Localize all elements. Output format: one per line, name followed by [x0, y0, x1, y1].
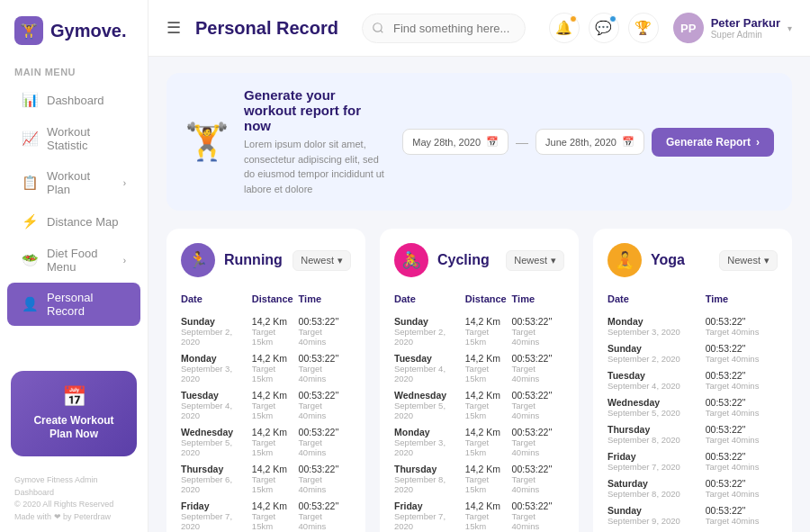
- cta-icon: 📅: [22, 385, 126, 409]
- date-cell: WednesdaySeptember 5, 2020: [394, 383, 465, 420]
- yoga-icon: 🧘: [608, 243, 642, 277]
- message-badge: [609, 15, 616, 23]
- table-row: WednesdaySeptember 5, 202014,2 KmTarget …: [394, 383, 564, 420]
- nav-icon: 📋: [22, 175, 38, 191]
- date-cell: SundaySeptember 9, 2020: [608, 499, 706, 526]
- column-header: Time: [512, 290, 564, 311]
- sort-label: Newest: [727, 255, 760, 266]
- time-cell: 00:53:22''Target 40mins: [512, 311, 564, 347]
- sidebar-footer: Gymove Fitness Admin Dashboard © 2020 Al…: [0, 467, 148, 532]
- nav-label: Workout Plan: [47, 169, 114, 196]
- menu-icon[interactable]: ☰: [166, 18, 181, 38]
- user-chevron-icon: ▾: [788, 23, 792, 33]
- sidebar: 🏋 Gymove. Main Menu 📊 Dashboard 📈 Workou…: [0, 0, 148, 532]
- date-cell: MondaySeptember 3, 2020: [394, 420, 465, 457]
- nav-label: Workout Statistic: [47, 125, 126, 152]
- time-cell: 00:53:22''Target 40mins: [299, 494, 351, 531]
- time-cell: 00:53:22''Target 40mins: [299, 347, 351, 383]
- banner-text: Generate your workout report for now Lor…: [244, 87, 388, 196]
- date-separator: —: [516, 135, 528, 149]
- search-input[interactable]: [362, 14, 526, 43]
- time-cell: 00:53:22''Target 40mins: [512, 347, 564, 383]
- trophy-button[interactable]: 🏆: [628, 13, 659, 43]
- header: ☰ Personal Record 🔔 💬 🏆 PP Peter Parkur …: [148, 0, 810, 57]
- cycling-icon: 🚴: [394, 243, 428, 277]
- generate-report-button[interactable]: Generate Report ›: [652, 128, 774, 157]
- date-cell: MondaySeptember 3, 2020: [608, 311, 706, 337]
- date-cell: TuesdaySeptember 4, 2020: [181, 383, 252, 420]
- chevron-icon: ›: [123, 178, 126, 188]
- time-cell: 00:53:22''Target 40mins: [299, 311, 351, 347]
- column-header: Date: [181, 290, 252, 311]
- time-cell: 00:53:22''Target 40mins: [706, 499, 778, 526]
- sort-button-running[interactable]: Newest ▾: [292, 250, 351, 271]
- calendar-from-icon: 📅: [486, 136, 499, 148]
- date-cell: MondaySeptember 3, 2020: [181, 347, 252, 383]
- sort-label: Newest: [301, 255, 334, 266]
- date-cell: TuesdaySeptember 4, 2020: [608, 364, 706, 391]
- data-table-running: DateDistanceTimeSundaySeptember 2, 20201…: [181, 290, 351, 532]
- calendar-to-icon: 📅: [622, 136, 634, 148]
- time-cell: 00:53:22''Target 40mins: [706, 364, 778, 391]
- table-row: TuesdaySeptember 4, 202014,2 KmTarget 15…: [394, 347, 564, 383]
- nav-icon: ⚡: [22, 213, 38, 230]
- user-role: Super Admin: [711, 30, 780, 40]
- date-cell: WednesdaySeptember 5, 2020: [608, 391, 706, 418]
- sort-button-cycling[interactable]: Newest ▾: [506, 250, 564, 271]
- chevron-icon: ›: [123, 256, 126, 266]
- date-cell: ThursdaySeptember 6, 2020: [181, 457, 252, 494]
- time-cell: 00:53:22''Target 40mins: [512, 383, 564, 420]
- sidebar-items: 📊 Dashboard 📈 Workout Statistic 📋 Workou…: [0, 83, 148, 327]
- column-header: Time: [706, 290, 778, 311]
- date-to-value: June 28th, 2020: [545, 137, 616, 148]
- sidebar-item-workout-plan[interactable]: 📋 Workout Plan ›: [7, 161, 140, 204]
- yoga-name: Yoga: [651, 252, 710, 268]
- cta-text: Create Workout Plan Now: [22, 414, 126, 442]
- time-cell: 00:53:22''Target 40mins: [706, 418, 778, 445]
- table-row: TuesdaySeptember 4, 202014,2 KmTarget 15…: [181, 383, 351, 420]
- sidebar-item-distance-map[interactable]: ⚡ Distance Map: [7, 205, 140, 238]
- nav-label: Diet Food Menu: [47, 247, 114, 274]
- notification-badge: [570, 15, 577, 23]
- column-header: Date: [394, 290, 465, 311]
- nav-label: Dashboard: [47, 94, 104, 107]
- running-icon: 🏃: [181, 243, 215, 277]
- sidebar-section-title: Main Menu: [0, 58, 148, 83]
- sidebar-item-personal-record[interactable]: 👤 Personal Record: [7, 283, 140, 326]
- table-row: ThursdaySeptember 6, 202014,2 KmTarget 1…: [181, 457, 351, 494]
- table-card-cycling: 🚴 Cycling Newest ▾ DateDistanceTimeSunda…: [380, 229, 579, 532]
- table-row: FridaySeptember 7, 202014,2 KmTarget 15k…: [394, 494, 564, 531]
- date-to-input[interactable]: June 28th, 2020 📅: [536, 129, 644, 155]
- sidebar-item-workout-statistic[interactable]: 📈 Workout Statistic: [7, 117, 140, 160]
- tables-area: 🏃 Running Newest ▾ DateDistanceTimeSunda…: [166, 229, 792, 532]
- time-cell: 00:53:22''Target 40mins: [299, 420, 351, 457]
- date-cell: TuesdaySeptember 4, 2020: [394, 347, 465, 383]
- date-cell: SundaySeptember 2, 2020: [608, 337, 706, 364]
- table-row: WednesdaySeptember 5, 202014,2 KmTarget …: [181, 420, 351, 457]
- column-header: Distance: [252, 290, 299, 311]
- banner-description: Lorem ipsum dolor sit amet, consectetur …: [244, 137, 388, 196]
- date-cell: FridaySeptember 7, 2020: [181, 494, 252, 531]
- sidebar-item-dashboard[interactable]: 📊 Dashboard: [7, 84, 140, 116]
- create-workout-cta[interactable]: 📅 Create Workout Plan Now: [11, 371, 137, 456]
- user-info: Peter Parkur Super Admin: [711, 16, 780, 40]
- date-from-value: May 28th, 2020: [412, 137, 481, 148]
- user-profile[interactable]: PP Peter Parkur Super Admin ▾: [673, 13, 792, 43]
- data-table-cycling: DateDistanceTimeSundaySeptember 2, 20201…: [394, 290, 564, 532]
- date-cell: FridaySeptember 7, 2020: [394, 494, 465, 531]
- distance-cell: 14,2 KmTarget 15km: [465, 420, 512, 457]
- sort-button-yoga[interactable]: Newest ▾: [719, 250, 778, 271]
- notification-button[interactable]: 🔔: [549, 13, 580, 43]
- table-row: FridaySeptember 7, 202000:53:22''Target …: [608, 445, 778, 472]
- header-icons: 🔔 💬 🏆: [549, 13, 659, 43]
- date-from-input[interactable]: May 28th, 2020 📅: [402, 129, 508, 155]
- table-row: SaturdaySeptember 8, 202000:53:22''Targe…: [608, 472, 778, 499]
- message-button[interactable]: 💬: [589, 13, 619, 43]
- distance-cell: 14,2 KmTarget 15km: [252, 383, 299, 420]
- logo-text: Gymove.: [50, 21, 126, 41]
- sidebar-item-diet-food-menu[interactable]: 🥗 Diet Food Menu ›: [7, 239, 140, 282]
- sort-chevron-icon: ▾: [338, 255, 343, 266]
- table-row: MondaySeptember 3, 202014,2 KmTarget 15k…: [394, 420, 564, 457]
- page-title: Personal Record: [195, 18, 338, 39]
- sort-label: Newest: [514, 255, 547, 266]
